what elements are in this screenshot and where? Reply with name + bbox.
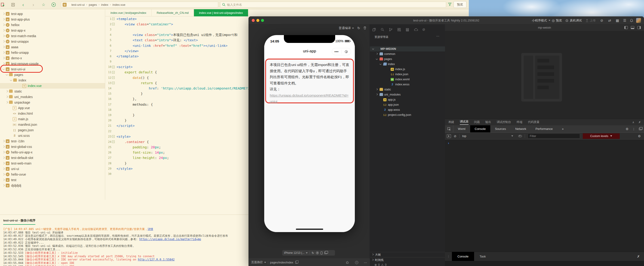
panel-tab[interactable]: 输出 xyxy=(486,120,491,124)
breadcrumb-segment[interactable]: › index xyxy=(97,3,108,6)
more-actions-icon[interactable]: ⋯ xyxy=(436,34,440,38)
inspect-element-icon[interactable] xyxy=(445,125,453,133)
breadcrumb-segment[interactable]: › index.vue xyxy=(108,3,126,6)
project-tree-item[interactable]: test-uni-ui xyxy=(0,66,105,72)
help-icon[interactable]: ? xyxy=(355,261,358,264)
collapse-icon[interactable]: ∧ xyxy=(632,121,634,124)
fold-marker-icon[interactable] xyxy=(112,66,115,68)
frame-context-select[interactable]: top xyxy=(462,134,516,138)
devtools-tab[interactable]: Performance xyxy=(531,125,557,133)
refresh-icon[interactable]: ↻ xyxy=(357,26,360,30)
toggle-rightbar-icon[interactable] xyxy=(637,26,641,29)
breadcrumb-segment[interactable]: › pages xyxy=(84,3,97,6)
back-icon[interactable]: ‹ xyxy=(20,2,26,7)
notifications-bell-icon[interactable] xyxy=(630,16,633,24)
switch-project-icon[interactable]: ⇄ xyxy=(608,16,611,24)
console-output[interactable]: › xyxy=(445,139,644,252)
live-expression-eye-icon[interactable] xyxy=(518,135,522,137)
project-tree-item[interactable]: hello-uni-app-x xyxy=(0,149,105,155)
project-tree-item[interactable]: App.vue xyxy=(0,105,105,111)
timeline-section[interactable]: 时间线 xyxy=(370,257,445,263)
panel-tab[interactable]: 构建 xyxy=(448,120,454,124)
breadcrumb[interactable]: u test-uni-ui › pages xyxy=(61,1,218,8)
doc-link[interactable]: https://uniapp.dcloud.io/component/READM… xyxy=(270,93,348,104)
fold-marker-icon[interactable] xyxy=(112,140,115,143)
project-tree-item[interactable]: uni.scss xyxy=(0,133,105,138)
console-sidebar-icon[interactable] xyxy=(447,134,451,138)
new-file-icon[interactable] xyxy=(0,2,6,7)
clear-console-icon[interactable]: ⊘ xyxy=(454,134,456,138)
project-tree-item[interactable]: index.html xyxy=(0,111,105,116)
upload-button[interactable]: 上传 xyxy=(586,16,596,24)
drag-handle-icon[interactable]: ⋮ xyxy=(445,252,452,261)
cloud-tools-icon[interactable] xyxy=(414,28,418,31)
log-levels-button[interactable]: Custom levels xyxy=(583,133,620,139)
project-tree-item[interactable]: test-remove-cosole xyxy=(0,61,105,66)
files-icon[interactable] xyxy=(372,28,376,32)
explorer-tree-item[interactable]: static xyxy=(370,87,445,92)
preview-button[interactable]: 预览 xyxy=(454,1,466,8)
project-tree-item[interactable]: pages.json xyxy=(0,127,105,133)
breadcrumb-segment[interactable]: test-uni-ui xyxy=(68,3,84,6)
panel-tab[interactable]: 代码质量 xyxy=(528,120,540,124)
project-tree-item[interactable]: uni_modules xyxy=(0,94,105,100)
fold-marker-icon[interactable] xyxy=(112,135,115,138)
project-tree-item[interactable]: manifest.json xyxy=(0,122,105,127)
fold-marker-icon[interactable] xyxy=(112,82,115,84)
project-tree-item[interactable]: hellox xyxy=(0,22,105,28)
project-tree-item[interactable]: uni-ui xyxy=(0,166,105,172)
explorer-tree-item[interactable]: index.js xyxy=(370,67,445,72)
project-tree-item[interactable]: hello-uvue xyxy=(0,172,105,177)
sync-disabled-icon[interactable]: ⊘ xyxy=(600,16,603,24)
explorer-tree-item[interactable]: index.json xyxy=(370,72,445,77)
console-filter-input[interactable] xyxy=(528,133,580,138)
run-icon[interactable] xyxy=(51,2,56,7)
toggle-sidebar-icon[interactable] xyxy=(624,26,628,29)
device-selector[interactable]: iPhone 12/13 (... xyxy=(284,251,308,255)
bottom-tab[interactable]: Task xyxy=(474,252,492,261)
file-search-box[interactable] xyxy=(220,1,446,8)
explorer-tree-item[interactable]: index xyxy=(370,62,445,67)
outline-section[interactable]: 大纲 xyxy=(370,252,445,257)
save-icon[interactable] xyxy=(10,2,16,7)
search-input[interactable] xyxy=(227,3,428,6)
settings-gear-icon[interactable]: ⚙ xyxy=(626,127,628,131)
multi-window-icon[interactable] xyxy=(324,252,327,254)
menu-icon[interactable]: ☰ xyxy=(623,16,626,24)
project-tree-item[interactable]: djdjdjdj xyxy=(0,183,105,188)
explorer-tree-item[interactable]: app.js xyxy=(370,97,445,102)
project-tree-item[interactable]: pages xyxy=(0,72,105,78)
dock-side-icon[interactable] xyxy=(639,128,642,130)
project-tree-item[interactable]: hello-uniapp xyxy=(0,50,105,55)
project-tree-item[interactable]: static xyxy=(0,89,105,94)
problems-status[interactable]: ⊗0 ⚠0 xyxy=(374,263,386,266)
extensions-icon[interactable] xyxy=(397,28,401,32)
project-tree-item[interactable]: aaaa xyxy=(0,44,105,50)
close-icon[interactable]: ✗ xyxy=(637,252,640,261)
mode-select-button[interactable]: 小程序模式 xyxy=(532,16,550,24)
phone-simulator[interactable]: 14:05 100% uni-app ••• 本项目已包含u xyxy=(264,35,355,232)
console-prompt[interactable]: › xyxy=(448,141,449,145)
editor-tab[interactable]: ReleaseNote_zh_CN.md xyxy=(152,9,194,16)
panel-tab[interactable]: 终端 xyxy=(517,120,522,124)
page-path-select[interactable]: 页面路径 xyxy=(251,261,266,265)
device-debug-button[interactable]: 真机调试 xyxy=(565,16,582,24)
explorer-tree-item[interactable]: MP-WEIXIN xyxy=(370,46,445,51)
fold-marker-icon[interactable] xyxy=(112,76,115,79)
panel-tab[interactable]: 调试器 xyxy=(460,120,468,125)
project-tree-item[interactable]: test xyxy=(0,177,105,183)
project-tree-item[interactable]: test-app-plus xyxy=(0,17,105,22)
toggle-panel-icon[interactable] xyxy=(631,26,634,29)
console-settings-gear-icon[interactable]: ⚙ xyxy=(638,134,641,138)
explorer-tree-item[interactable]: common xyxy=(370,51,445,57)
layers-icon[interactable] xyxy=(406,28,410,32)
project-tree-item[interactable]: main.js xyxy=(0,116,105,122)
preview-button[interactable]: ◎预览 xyxy=(552,16,562,24)
project-tree-item[interactable]: test-app xyxy=(0,11,105,17)
project-tree-item[interactable]: test-app-x xyxy=(0,28,105,33)
explorer-tree-item[interactable]: uni_modules xyxy=(370,92,445,97)
bottom-tab[interactable]: Console xyxy=(452,252,474,261)
user-avatar[interactable] xyxy=(636,18,641,23)
editor-tab[interactable]: index.vue | test/pages/index xyxy=(106,9,152,16)
stop-icon[interactable] xyxy=(316,252,319,254)
